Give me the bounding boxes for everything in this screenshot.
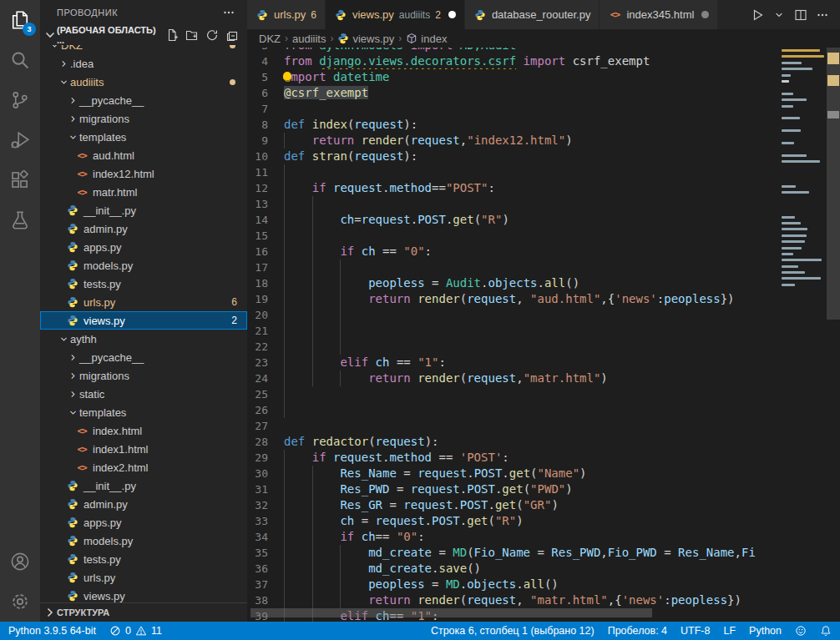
tree-item-static[interactable]: static (40, 385, 247, 403)
problems-indicator[interactable]: 0 11 (109, 625, 162, 637)
code-line-9[interactable]: 9 return render(request,"index12.html") (247, 133, 840, 149)
code-line-22[interactable]: 22 (247, 339, 840, 355)
tree-item-aud.html[interactable]: <>aud.html (40, 146, 247, 164)
account-icon[interactable] (0, 542, 40, 582)
source-control-icon[interactable] (0, 80, 40, 120)
code-line-35[interactable]: 35 md_create = MD(Fio_Name = Res_PWD,Fio… (247, 545, 840, 561)
tree-item-index.html[interactable]: <>index.html (40, 421, 247, 440)
code-line-28[interactable]: 28def redactor(request): (247, 434, 840, 450)
minimap[interactable] (779, 48, 827, 622)
testing-icon[interactable] (0, 200, 40, 240)
status-indentation[interactable]: Пробелов: 4 (608, 625, 667, 637)
tree-item-admin.py[interactable]: admin.py (40, 495, 247, 513)
code-line-24[interactable]: 24 return render(request,"matr.html") (247, 370, 840, 386)
code-line-16[interactable]: 16 if ch == "0": (247, 244, 840, 260)
code-line-4[interactable]: 4from django.views.decorators.csrf impor… (247, 53, 840, 69)
split-editor-icon[interactable] (792, 6, 810, 24)
lightbulb-icon[interactable] (283, 72, 291, 80)
tree-item-index2.html[interactable]: <>index2.html (40, 458, 247, 476)
status-encoding[interactable]: UTF-8 (681, 625, 710, 637)
code-line-25[interactable]: 25 (247, 386, 840, 402)
tab-index345.html[interactable]: <>index345.html (600, 0, 718, 29)
status-cursor-position[interactable]: Строка 6, столбец 1 (выбрано 12) (431, 625, 595, 637)
code-line-13[interactable]: 13 (247, 196, 840, 212)
code-line-37[interactable]: 37 peopless = MD.objects.all() (247, 577, 840, 592)
workspace-section-header[interactable]: (РАБОЧАЯ ОБЛАСТЬ) ... (40, 25, 247, 45)
tree-item-migrations[interactable]: migrations (40, 109, 247, 128)
tree-item-models.py[interactable]: models.py (40, 532, 247, 550)
tree-item-apps.py[interactable]: apps.py (40, 238, 247, 256)
tab-database_roouter.py[interactable]: database_roouter.py (465, 0, 600, 29)
more-actions-icon[interactable] (222, 6, 235, 19)
code-line-8[interactable]: 8def index(request): (247, 117, 840, 133)
code-line-26[interactable]: 26 (247, 402, 840, 418)
more-actions-icon[interactable] (813, 6, 832, 24)
tree-item-admin.py[interactable]: admin.py (40, 219, 247, 238)
code-line-12[interactable]: 12 if request.method=="POST": (247, 180, 840, 196)
code-line-20[interactable]: 20 (247, 307, 840, 323)
code-line-21[interactable]: 21 (247, 323, 840, 339)
breadcrumb-item-index[interactable]: index (406, 33, 447, 45)
tree-item-audiiits[interactable]: audiiits (40, 73, 247, 91)
code-line-27[interactable]: 27 (247, 418, 840, 434)
code-line-11[interactable]: 11 (247, 164, 840, 180)
tree-item-templates[interactable]: templates (40, 128, 247, 146)
settings-icon[interactable] (0, 582, 40, 622)
tree-item-.idea[interactable]: .idea (40, 54, 247, 73)
code-line-33[interactable]: 33 ch = request.POST.get("R") (247, 513, 840, 529)
refresh-icon[interactable] (204, 27, 220, 43)
tree-item-__init__.py[interactable]: __init__.py (40, 476, 247, 495)
scrollbar-slider[interactable] (827, 48, 840, 320)
new-folder-icon[interactable] (184, 27, 200, 43)
status-feedback-icon[interactable] (795, 625, 807, 637)
run-icon[interactable] (748, 6, 767, 24)
status-notifications-icon[interactable] (820, 625, 832, 637)
tree-item-tests.py[interactable]: tests.py (40, 275, 247, 293)
code-line-15[interactable]: 15 (247, 228, 840, 244)
search-icon[interactable] (0, 40, 40, 80)
run-dropdown-icon[interactable] (770, 6, 788, 24)
tab-urls.py[interactable]: urls.py6 (247, 0, 326, 29)
code-line-5[interactable]: 5import datetime (247, 69, 840, 85)
run-debug-icon[interactable] (0, 120, 40, 160)
code-line-32[interactable]: 32 Res_GR = request.POST.get("GR") (247, 497, 840, 513)
code-editor[interactable]: 3from aythh.models import MD,Audit4from … (247, 48, 840, 622)
tree-item-views.py[interactable]: views.py (40, 587, 247, 602)
code-line-14[interactable]: 14 ch=request.POST.get("R") (247, 212, 840, 228)
tree-item-aythh[interactable]: aythh (40, 330, 247, 348)
breadcrumb-item-DKZ[interactable]: DKZ (259, 33, 281, 45)
tree-item-urls.py[interactable]: urls.py (40, 568, 247, 587)
extensions-icon[interactable] (0, 160, 40, 200)
tree-item-models.py[interactable]: models.py (40, 256, 247, 275)
code-line-30[interactable]: 30 Res_Name = request.POST.get("Name") (247, 466, 840, 481)
dirty-dot-icon[interactable] (448, 11, 456, 18)
vertical-scrollbar[interactable] (827, 48, 840, 622)
tree-item-__init__.py[interactable]: __init__.py (40, 201, 247, 219)
tree-item-apps.py[interactable]: apps.py (40, 513, 247, 532)
code-line-31[interactable]: 31 Res_PWD = request.POST.get("PWD") (247, 481, 840, 497)
explorer-icon[interactable]: 3 (0, 0, 40, 40)
code-line-7[interactable]: 7 (247, 101, 840, 117)
code-line-23[interactable]: 23 elif ch == "1": (247, 355, 840, 370)
collapse-all-icon[interactable] (224, 27, 240, 43)
code-line-34[interactable]: 34 if ch== "0": (247, 529, 840, 545)
python-interpreter[interactable]: Python 3.9.5 64-bit (8, 625, 96, 637)
tree-item-__pycache__[interactable]: __pycache__ (40, 348, 247, 366)
tree-item-migrations[interactable]: migrations (40, 366, 247, 385)
tree-item-views.py[interactable]: views.py2 (40, 311, 247, 330)
horizontal-scrollbar[interactable] (250, 608, 652, 617)
dirty-dot-icon[interactable] (701, 11, 709, 18)
code-line-6[interactable]: 6@csrf_exempt (247, 85, 840, 101)
tree-item-index12.html[interactable]: <>index12.html (40, 164, 247, 183)
code-line-3[interactable]: 3from aythh.models import MD,Audit (247, 48, 840, 53)
status-language-mode[interactable]: Python (749, 625, 782, 637)
code-line-17[interactable]: 17 (247, 260, 840, 275)
code-line-19[interactable]: 19 return render(request, "aud.html",{'n… (247, 291, 840, 307)
code-line-38[interactable]: 38 return render(request, "matr.html",{'… (247, 592, 840, 608)
code-line-29[interactable]: 29 if request.method == 'POST': (247, 450, 840, 466)
tree-item-templates[interactable]: templates (40, 403, 247, 421)
outline-section-header[interactable]: СТРУКТУРА (40, 602, 247, 622)
tab-views.py[interactable]: views.pyaudiiits2 (326, 0, 465, 29)
tree-item-index1.html[interactable]: <>index1.html (40, 440, 247, 458)
tree-item-tests.py[interactable]: tests.py (40, 550, 247, 568)
